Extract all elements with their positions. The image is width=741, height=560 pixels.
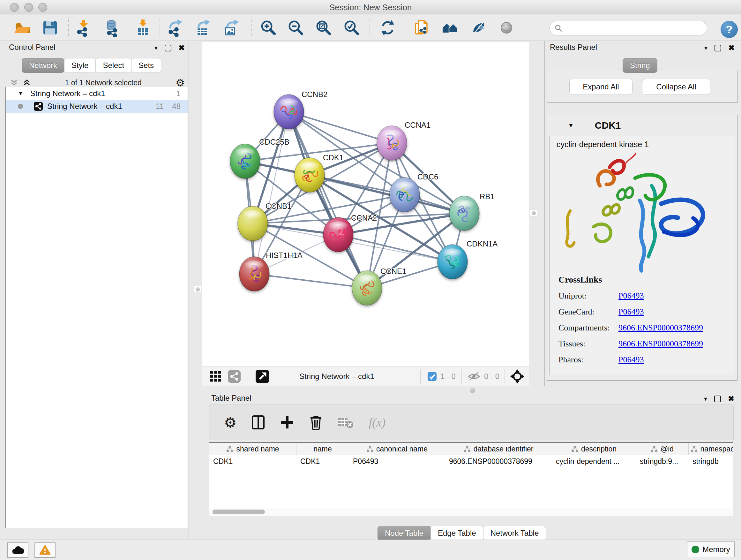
tab-node-table[interactable]: Node Table bbox=[378, 526, 431, 541]
search-box[interactable] bbox=[549, 21, 707, 36]
node-CDKN1A[interactable] bbox=[437, 245, 468, 279]
warnings-button[interactable] bbox=[35, 543, 56, 558]
tab-style[interactable]: Style bbox=[64, 58, 96, 73]
zoom-in-button[interactable] bbox=[259, 18, 278, 37]
collection-expand-icon[interactable]: ▼ bbox=[18, 90, 23, 97]
edge-CCNB2-HIST1H1A[interactable] bbox=[254, 112, 289, 274]
fit-content-crosshair-icon[interactable] bbox=[510, 369, 525, 384]
node-CCNA2[interactable] bbox=[323, 217, 353, 252]
export-network-button[interactable] bbox=[166, 18, 185, 37]
node-CCNB2[interactable] bbox=[274, 95, 304, 129]
column-header-database-identifier[interactable]: database identifier bbox=[445, 443, 552, 455]
edge-CDK1-RB1[interactable] bbox=[310, 175, 464, 213]
expand-all-button[interactable]: Expand All bbox=[569, 79, 632, 95]
node-CCNA1[interactable] bbox=[377, 126, 407, 160]
table-cell[interactable]: P06493 bbox=[349, 455, 445, 468]
collapse-panel-icon[interactable]: ▾ bbox=[704, 395, 707, 402]
zoom-out-button[interactable] bbox=[286, 18, 305, 37]
node-table[interactable]: shared namenamecanonical namedatabase id… bbox=[209, 442, 733, 509]
float-panel-icon[interactable] bbox=[715, 45, 721, 51]
node-CCNE1[interactable] bbox=[352, 271, 382, 305]
birds-eye-view-icon[interactable] bbox=[256, 370, 269, 383]
import-network-database-button[interactable] bbox=[103, 18, 121, 37]
node-RB1[interactable] bbox=[449, 196, 479, 231]
column-header-@id[interactable]: @id bbox=[636, 443, 689, 455]
network-canvas[interactable]: CCNB2CCNA1CDC25BCDK1CDC6RB1CCNB1CCNA2CDK… bbox=[202, 42, 529, 367]
expand-all-networks-icon[interactable] bbox=[23, 78, 31, 87]
hide-selected-button[interactable] bbox=[469, 18, 488, 37]
tab-edge-table[interactable]: Edge Table bbox=[430, 526, 483, 541]
add-column-icon[interactable] bbox=[280, 415, 294, 430]
zoom-selected-button[interactable] bbox=[342, 18, 361, 37]
collapse-panel-icon[interactable]: ▾ bbox=[704, 44, 708, 52]
close-panel-icon[interactable]: ✖ bbox=[728, 44, 735, 52]
table-cell[interactable]: stringdb:9... bbox=[636, 455, 689, 468]
tab-sets[interactable]: Sets bbox=[131, 58, 161, 73]
close-panel-icon[interactable]: ✖ bbox=[728, 394, 734, 403]
node-CDC25B[interactable] bbox=[230, 144, 260, 179]
show-columns-icon[interactable] bbox=[251, 415, 265, 430]
right-splitter-handle[interactable] bbox=[530, 209, 537, 216]
scrollbar-thumb[interactable] bbox=[212, 509, 265, 514]
delete-column-trash-icon[interactable] bbox=[309, 415, 323, 430]
edge-CCNB2-CCNE1[interactable] bbox=[289, 112, 367, 288]
network-view-mode-icon[interactable] bbox=[228, 370, 241, 383]
column-header-canonical-name[interactable]: canonical name bbox=[349, 443, 445, 455]
column-header-description[interactable]: description bbox=[552, 443, 636, 455]
network-collection-row[interactable]: ▼ String Network – cdk1 1 bbox=[6, 87, 188, 100]
open-session-button[interactable] bbox=[12, 18, 31, 37]
help-button[interactable]: ? bbox=[721, 21, 738, 38]
gene-expand-icon[interactable]: ▼ bbox=[568, 122, 574, 129]
edge-HIST1H1A-CCNE1[interactable] bbox=[254, 274, 367, 288]
node-CDC6[interactable] bbox=[390, 178, 420, 212]
close-panel-icon[interactable]: ✖ bbox=[179, 44, 185, 52]
cloud-status-button[interactable] bbox=[7, 543, 28, 558]
collapse-all-networks-icon[interactable] bbox=[10, 78, 18, 87]
export-image-button[interactable] bbox=[222, 18, 241, 37]
node-HIST1H1A[interactable] bbox=[239, 257, 269, 291]
show-all-button[interactable] bbox=[497, 18, 516, 37]
save-session-button[interactable] bbox=[41, 18, 59, 37]
collapse-panel-icon[interactable]: ▾ bbox=[154, 44, 158, 52]
float-panel-icon[interactable] bbox=[165, 45, 172, 51]
crosslink-link[interactable]: P06493 bbox=[618, 355, 644, 365]
network-row[interactable]: String Network – cdk1 11 48 bbox=[6, 100, 188, 113]
column-header-shared-name[interactable]: shared name bbox=[209, 443, 296, 455]
export-table-button[interactable] bbox=[194, 18, 212, 37]
clone-network-button[interactable] bbox=[413, 18, 431, 37]
column-header-namespace[interactable]: namespace bbox=[689, 443, 733, 455]
network-graph[interactable]: CCNB2CCNA1CDC25BCDK1CDC6RB1CCNB1CCNA2CDK… bbox=[202, 42, 529, 367]
collapse-all-button[interactable]: Collapse All bbox=[642, 79, 711, 95]
table-cell[interactable]: CDK1 bbox=[296, 455, 349, 468]
tab-network[interactable]: Network bbox=[22, 58, 64, 73]
zoom-fit-button[interactable] bbox=[314, 18, 333, 37]
crosslink-link[interactable]: P06493 bbox=[618, 307, 644, 317]
memory-button[interactable]: Memory bbox=[687, 542, 735, 557]
import-network-file-button[interactable] bbox=[74, 18, 93, 37]
refresh-button[interactable] bbox=[379, 18, 397, 37]
table-cell[interactable]: 9606.ENSP00000378699 bbox=[445, 455, 552, 468]
import-table-button[interactable] bbox=[134, 18, 152, 37]
search-input[interactable] bbox=[562, 22, 707, 34]
float-panel-icon[interactable] bbox=[714, 395, 721, 402]
grid-view-icon[interactable] bbox=[209, 370, 222, 383]
column-header-name[interactable]: name bbox=[296, 443, 349, 455]
table-cell[interactable]: stringdb bbox=[689, 455, 733, 468]
tab-select[interactable]: Select bbox=[95, 58, 131, 73]
edge-CCNB2-CCNA1[interactable] bbox=[289, 112, 392, 143]
table-options-gear-icon[interactable]: ⚙ bbox=[224, 415, 237, 431]
node-CCNB1[interactable] bbox=[238, 206, 268, 241]
gene-card-header[interactable]: ▼ CDK1 bbox=[547, 115, 737, 136]
tab-network-table[interactable]: Network Table bbox=[483, 526, 546, 541]
crosslink-link[interactable]: 9606.ENSP00000378699 bbox=[618, 339, 703, 349]
first-neighbors-button[interactable] bbox=[441, 18, 460, 37]
selected-checkbox-icon[interactable] bbox=[428, 372, 436, 381]
table-horizontal-scrollbar[interactable] bbox=[209, 508, 733, 516]
node-CDK1[interactable] bbox=[294, 158, 325, 192]
crosslink-link[interactable]: P06493 bbox=[618, 291, 644, 301]
crosslink-link[interactable]: 9606.ENSP00000378699 bbox=[618, 323, 703, 333]
table-cell[interactable]: cyclin-dependent ... bbox=[552, 455, 636, 468]
tab-string[interactable]: String bbox=[623, 58, 657, 73]
table-row[interactable]: CDK1CDK1P064939606.ENSP00000378699cyclin… bbox=[209, 455, 733, 468]
left-splitter-handle[interactable] bbox=[194, 286, 201, 293]
